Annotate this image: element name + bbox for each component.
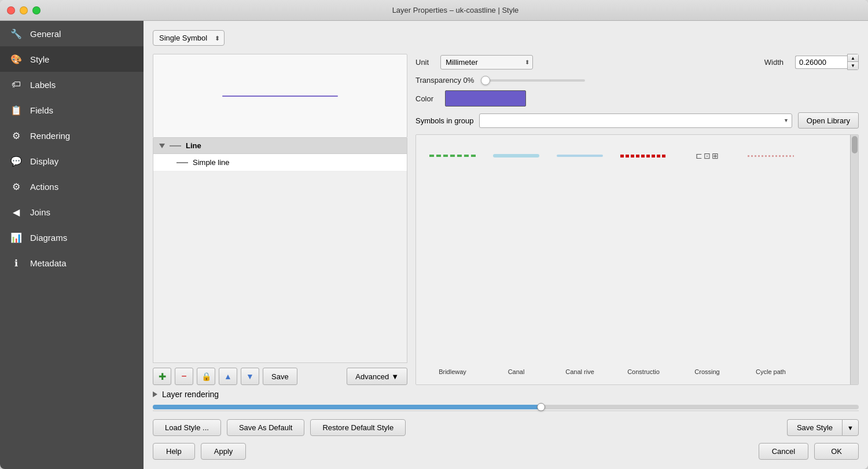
sidebar-item-diagrams[interactable]: 📊 Diagrams bbox=[0, 225, 144, 250]
gallery-item-construction[interactable]: Constructio bbox=[612, 140, 675, 380]
gallery-item-canal[interactable]: Canal bbox=[484, 140, 548, 380]
progress-fill bbox=[153, 405, 541, 409]
cancel-button[interactable]: Cancel bbox=[759, 443, 808, 460]
width-up-button[interactable]: ▲ bbox=[848, 54, 858, 62]
gallery-item-cycle-path[interactable]: Cycle path bbox=[739, 140, 803, 380]
restore-default-button[interactable]: Restore Default Style bbox=[310, 419, 406, 436]
help-button[interactable]: Help bbox=[153, 443, 195, 460]
crossing-label: Crossing bbox=[694, 368, 719, 375]
progress-track bbox=[153, 405, 859, 409]
apply-button[interactable]: Apply bbox=[201, 443, 247, 460]
right-side: Unit Millimeter Pixel Map unit Width bbox=[415, 54, 859, 385]
sidebar-label-general: General bbox=[30, 29, 61, 39]
add-icon: ✚ bbox=[159, 371, 166, 382]
save-as-default-button[interactable]: Save As Default bbox=[227, 419, 305, 436]
layer-tree-item[interactable]: Simple line bbox=[153, 154, 407, 171]
right-panel: Single Symbol Categorized Graduated bbox=[144, 21, 868, 469]
left-section: Line Simple line ✚ − bbox=[153, 54, 407, 385]
sidebar-item-general[interactable]: 🔧 General bbox=[0, 21, 144, 46]
construction-line bbox=[620, 155, 667, 157]
add-layer-button[interactable]: ✚ bbox=[153, 368, 171, 385]
line-icon bbox=[170, 145, 181, 146]
symbol-type-select-wrapper: Single Symbol Categorized Graduated bbox=[153, 30, 225, 46]
sidebar-label-fields: Fields bbox=[30, 105, 53, 115]
window-title: Layer Properties – uk-coastline | Style bbox=[50, 6, 861, 14]
gallery-item-bridleway[interactable]: Bridleway bbox=[421, 140, 484, 380]
open-library-button[interactable]: Open Library bbox=[798, 112, 859, 129]
sidebar-item-actions[interactable]: ⚙ Actions bbox=[0, 174, 144, 199]
sidebar-label-labels: Labels bbox=[30, 80, 56, 90]
move-up-button[interactable]: ▲ bbox=[219, 368, 237, 385]
crossing-line: ⊏ ⊡ ⊞ bbox=[684, 150, 730, 162]
transparency-slider[interactable] bbox=[481, 79, 585, 82]
save-style-button[interactable]: Save Style bbox=[787, 419, 842, 436]
advanced-arrow-icon: ▼ bbox=[391, 372, 399, 381]
collapse-icon[interactable] bbox=[159, 144, 165, 148]
main-window: Layer Properties – uk-coastline | Style … bbox=[0, 0, 868, 469]
title-bar: Layer Properties – uk-coastline | Style bbox=[0, 0, 868, 21]
symbols-group-label: Symbols in group bbox=[415, 116, 473, 125]
sidebar-item-metadata[interactable]: ℹ Metadata bbox=[0, 250, 144, 276]
sidebar-label-style: Style bbox=[30, 54, 49, 64]
sidebar-label-metadata: Metadata bbox=[30, 258, 67, 268]
layer-rendering-toggle[interactable] bbox=[153, 391, 157, 397]
symbol-preview bbox=[153, 54, 407, 138]
unit-label: Unit bbox=[415, 58, 429, 67]
symbol-type-select[interactable]: Single Symbol Categorized Graduated bbox=[153, 30, 225, 46]
remove-layer-button[interactable]: − bbox=[175, 368, 193, 385]
symbol-gallery: Bridleway Canal bbox=[415, 134, 859, 385]
width-down-button[interactable]: ▼ bbox=[848, 62, 858, 69]
sidebar-item-style[interactable]: 🎨 Style bbox=[0, 46, 144, 72]
color-swatch[interactable] bbox=[445, 90, 526, 107]
save-style-dropdown-button[interactable]: ▼ bbox=[842, 419, 859, 436]
gallery-item-canal-river[interactable]: Canal rive bbox=[548, 140, 612, 380]
save-style-dropdown-icon: ▼ bbox=[847, 424, 854, 431]
symbols-group-row: Symbols in group Open Library bbox=[415, 112, 859, 129]
construction-symbol bbox=[616, 144, 671, 167]
cycle-symbol bbox=[744, 144, 798, 167]
width-spinner: ▲ ▼ bbox=[847, 54, 859, 70]
sidebar-label-joins: Joins bbox=[30, 207, 50, 217]
display-icon: 💬 bbox=[9, 154, 23, 168]
gallery-scroll: Bridleway Canal bbox=[416, 135, 807, 384]
symbols-group-select-wrapper bbox=[479, 113, 792, 128]
advanced-button[interactable]: Advanced ▼ bbox=[347, 368, 407, 385]
bridleway-symbol bbox=[425, 144, 480, 167]
move-down-button[interactable]: ▼ bbox=[241, 368, 259, 385]
unit-select-wrapper: Millimeter Pixel Map unit bbox=[440, 55, 533, 69]
sidebar-item-fields[interactable]: 📋 Fields bbox=[0, 97, 144, 123]
gallery-item-crossing[interactable]: ⊏ ⊡ ⊞ Crossing bbox=[675, 140, 739, 380]
unit-select[interactable]: Millimeter Pixel Map unit bbox=[440, 55, 533, 69]
symbol-toolbar: ✚ − 🔒 ▲ ▼ Save bbox=[153, 363, 407, 385]
gallery-scrollbar[interactable] bbox=[850, 135, 858, 384]
minimize-button[interactable] bbox=[20, 6, 28, 14]
sidebar-item-rendering[interactable]: ⚙ Rendering bbox=[0, 123, 144, 148]
sidebar-item-joins[interactable]: ◀ Joins bbox=[0, 199, 144, 225]
fields-icon: 📋 bbox=[9, 103, 23, 117]
sidebar-item-labels[interactable]: 🏷 Labels bbox=[0, 72, 144, 97]
bridleway-line bbox=[429, 155, 476, 157]
close-button[interactable] bbox=[7, 6, 15, 14]
crossing-symbol: ⊏ ⊡ ⊞ bbox=[680, 144, 734, 167]
width-input[interactable]: 0.26000 bbox=[795, 56, 847, 69]
progress-thumb[interactable] bbox=[537, 403, 545, 411]
simple-line-label: Simple line bbox=[193, 158, 230, 167]
layer-tree: Line Simple line bbox=[153, 138, 407, 363]
layer-tree-header: Line bbox=[153, 138, 407, 154]
lock-icon: 🔒 bbox=[201, 372, 211, 381]
sidebar-item-display[interactable]: 💬 Display bbox=[0, 148, 144, 174]
save-button[interactable]: Save bbox=[263, 368, 297, 385]
lock-layer-button[interactable]: 🔒 bbox=[197, 368, 215, 385]
maximize-button[interactable] bbox=[32, 6, 41, 14]
load-style-button[interactable]: Load Style ... bbox=[153, 419, 221, 436]
ok-button[interactable]: OK bbox=[814, 443, 859, 460]
canal-line bbox=[493, 154, 539, 157]
layer-tree-header-label: Line bbox=[186, 141, 201, 150]
canal-river-label: Canal rive bbox=[565, 368, 594, 375]
symbol-type-row: Single Symbol Categorized Graduated bbox=[153, 30, 859, 46]
simple-line-icon bbox=[176, 162, 188, 163]
width-label: Width bbox=[764, 58, 784, 67]
layer-rendering-row: Layer rendering bbox=[153, 385, 859, 404]
symbols-group-select[interactable] bbox=[479, 113, 792, 128]
action-buttons-row: Help Apply Cancel OK bbox=[153, 443, 859, 460]
